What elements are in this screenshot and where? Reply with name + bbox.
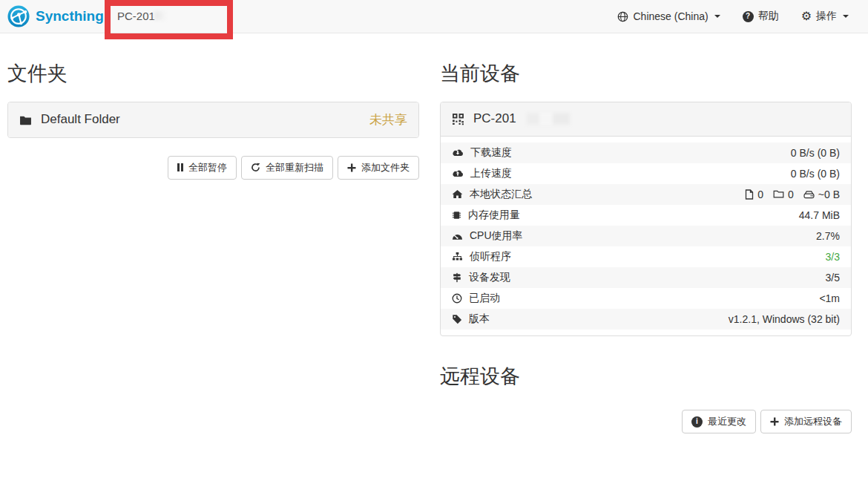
- refresh-icon: [251, 163, 260, 172]
- stat-row-ram: 内存使用量 44.7 MiB: [441, 205, 851, 226]
- main-content: 文件夹 Default Folder 未共享 全部暂停 全部重新扫描: [7, 33, 852, 433]
- stat-row-cpu: CPU使用率 2.7%: [441, 226, 851, 246]
- folder-row-default[interactable]: Default Folder 未共享: [8, 102, 418, 137]
- add-folder-button[interactable]: 添加文件夹: [338, 156, 419, 180]
- add-remote-device-button[interactable]: 添加远程设备: [760, 410, 852, 433]
- devices-column: 当前设备 PC-201: [440, 33, 852, 433]
- sitemap-icon: [452, 252, 463, 261]
- stat-value: <1m: [819, 292, 840, 304]
- folders-title: 文件夹: [7, 63, 419, 85]
- redacted-blur: [154, 11, 165, 20]
- help-button[interactable]: ? 帮助: [743, 10, 779, 23]
- info-circle-icon: i: [691, 416, 703, 428]
- navbar: Syncthing PC-201 Chinese (China) ? 帮助 ⚙ …: [0, 0, 868, 33]
- this-device-header[interactable]: PC-201: [441, 102, 851, 136]
- stat-row-version: 版本 v1.2.1, Windows (32 bit): [441, 309, 851, 330]
- hdd-icon: [803, 190, 815, 199]
- stat-value: 44.7 MiB: [799, 209, 840, 221]
- stat-value: 2.7%: [816, 230, 840, 242]
- folder-outline-icon: [773, 189, 784, 199]
- map-signs-icon: [452, 272, 462, 283]
- gear-icon: ⚙: [801, 10, 812, 22]
- brand-title: Syncthing: [36, 8, 104, 24]
- stat-value: v1.2.1, Windows (32 bit): [729, 313, 840, 325]
- home-icon: [452, 189, 463, 199]
- plus-icon: [347, 163, 356, 172]
- chevron-down-icon: [714, 15, 720, 18]
- plus-icon: [770, 417, 779, 426]
- syncthing-brand[interactable]: Syncthing: [0, 5, 104, 27]
- actions-dropdown[interactable]: ⚙ 操作: [801, 10, 849, 23]
- navbar-device-name: PC-201: [117, 10, 155, 22]
- stat-value: 0 B/s (0 B): [791, 168, 840, 180]
- file-icon: [745, 189, 754, 200]
- stat-value-listeners: 3/3: [826, 251, 840, 263]
- recent-changes-button[interactable]: i 最近更改: [682, 410, 756, 433]
- globe-icon: [617, 11, 628, 22]
- stat-row-download-rate: 下载速度 0 B/s (0 B): [441, 143, 851, 163]
- rescan-all-button[interactable]: 全部重新扫描: [241, 156, 333, 180]
- folders-column: 文件夹 Default Folder 未共享 全部暂停 全部重新扫描: [7, 33, 419, 433]
- help-label: 帮助: [758, 10, 779, 23]
- redacted-blur: [527, 113, 570, 125]
- this-device-name: PC-201: [473, 111, 516, 126]
- language-label: Chinese (China): [633, 10, 708, 22]
- microchip-icon: [452, 210, 461, 220]
- folder-panel: Default Folder 未共享: [7, 102, 419, 138]
- chevron-down-icon: [843, 15, 849, 18]
- remote-devices-title: 远程设备: [440, 366, 852, 388]
- actions-label: 操作: [816, 10, 837, 23]
- folder-icon: [19, 114, 32, 125]
- folder-actions: 全部暂停 全部重新扫描 添加文件夹: [7, 156, 419, 180]
- tag-icon: [452, 314, 462, 324]
- local-state-values: 0 0 ~0 B: [745, 189, 840, 200]
- stat-value: 3/5: [826, 272, 840, 284]
- qrcode-icon: [452, 113, 464, 125]
- clock-icon: [452, 293, 462, 304]
- language-dropdown[interactable]: Chinese (China): [617, 10, 720, 22]
- folder-name: Default Folder: [41, 112, 120, 127]
- stat-row-discovery: 设备发现 3/5: [441, 267, 851, 288]
- question-circle-icon: ?: [743, 11, 754, 22]
- this-device-panel: PC-201 下载速度 0 B/s (0 B): [440, 102, 852, 336]
- stat-row-uptime: 已启动 <1m: [441, 288, 851, 309]
- remote-device-actions: i 最近更改 添加远程设备: [440, 410, 852, 433]
- stat-row-upload-rate: 上传速度 0 B/s (0 B): [441, 163, 851, 184]
- pause-all-button[interactable]: 全部暂停: [168, 156, 237, 180]
- cloud-upload-icon: [452, 168, 464, 178]
- stat-row-local-state: 本地状态汇总 0 0: [441, 184, 851, 205]
- pause-icon: [177, 163, 183, 171]
- this-device-stats: 下载速度 0 B/s (0 B) 上传速度 0 B/s (0 B): [441, 136, 851, 335]
- this-device-title: 当前设备: [440, 63, 852, 85]
- stat-value: 0 B/s (0 B): [791, 147, 840, 159]
- tachometer-icon: [452, 231, 463, 240]
- syncthing-logo-icon: [7, 5, 30, 27]
- stat-row-listeners: 侦听程序 3/3: [441, 246, 851, 267]
- navbar-menu: Chinese (China) ? 帮助 ⚙ 操作: [617, 10, 868, 23]
- cloud-download-icon: [452, 148, 464, 157]
- folder-status-badge: 未共享: [369, 111, 407, 128]
